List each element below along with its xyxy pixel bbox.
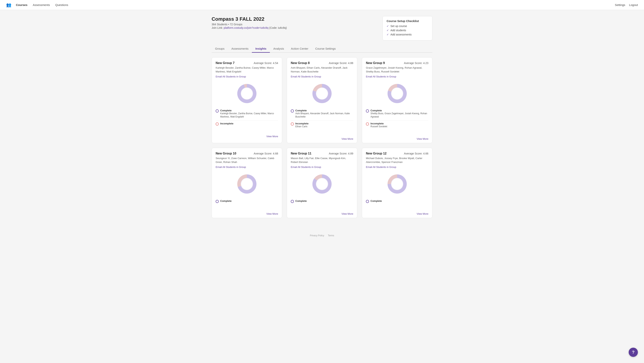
- header-row: Compass 3 FALL 2022 364 Students • 72 Gr…: [212, 16, 432, 40]
- group-name: New Group 11: [291, 152, 312, 155]
- avg-score: Average Score: 4.88: [329, 62, 353, 64]
- group-card: New Group 8 Average Score: 4.88 Ashi Bha…: [287, 57, 357, 143]
- view-more-link[interactable]: View More: [342, 138, 353, 140]
- complete-label: Complete: [295, 109, 353, 112]
- view-more-row: View More: [287, 210, 357, 218]
- avg-score: Average Score: 4.68: [254, 152, 278, 155]
- incomplete-label: Incomplete: [370, 122, 387, 125]
- legend-incomplete: Incomplete: [216, 122, 278, 126]
- incomplete-dot: [291, 122, 294, 126]
- donut-chart: [366, 172, 428, 196]
- complete-names: Ashi Bhayani, Alexander Dranoff, Jack No…: [295, 112, 353, 118]
- group-members: Ashi Bhayani, Ethan Carls, Alexander Dra…: [291, 66, 353, 74]
- groups-grid: New Group 7 Average Score: 4.54 Karleigh…: [212, 57, 432, 218]
- complete-dot: [366, 200, 369, 203]
- legend-incomplete: Incomplete Russell Sordelet: [366, 122, 428, 128]
- view-more-row: View More: [287, 135, 357, 143]
- complete-names: Karleigh Bessler, Zantha Buirse, Casey M…: [220, 112, 278, 118]
- donut-chart: [291, 81, 353, 106]
- logo-icon: 👥: [6, 2, 11, 8]
- group-card: New Group 7 Average Score: 4.54 Karleigh…: [212, 57, 282, 143]
- privacy-link[interactable]: Privacy Policy: [310, 234, 324, 237]
- join-code: (Code: iu6c8q): [269, 26, 287, 29]
- legend-complete: Complete Shelby Buss, Grace Zagelmeyer, …: [366, 109, 428, 118]
- view-more-link[interactable]: View More: [342, 212, 353, 215]
- complete-dot: [366, 110, 369, 112]
- tab-analysis[interactable]: Analysis: [270, 45, 288, 53]
- join-url[interactable]: platform.costudy.co/join?code=iu6c8q: [224, 26, 268, 29]
- course-title: Compass 3 FALL 2022: [212, 16, 287, 22]
- donut-chart: [216, 81, 278, 106]
- svg-point-3: [316, 88, 328, 99]
- tab-course-settings[interactable]: Course Settings: [312, 45, 339, 53]
- svg-point-1: [241, 88, 252, 99]
- legend-divider: [216, 120, 278, 120]
- complete-names: Shelby Buss, Grace Zagelmeyer, Josiah Kw…: [370, 112, 428, 118]
- tab-assessments[interactable]: Assessments: [228, 45, 252, 53]
- tab-insights[interactable]: Insights: [252, 45, 270, 53]
- nav-courses[interactable]: Courses: [16, 3, 28, 6]
- group-card: New Group 11 Average Score: 4.89 Mason B…: [287, 148, 357, 218]
- course-info: Compass 3 FALL 2022 364 Students • 72 Gr…: [212, 16, 287, 29]
- legend-incomplete: Incomplete Ethan Carls: [291, 122, 353, 128]
- donut-svg: [385, 172, 410, 196]
- view-more-link[interactable]: View More: [266, 135, 278, 138]
- check-icon-3: ✓: [386, 33, 389, 36]
- terms-link[interactable]: Terms: [328, 234, 334, 237]
- checklist-label-1: Set up course: [390, 24, 407, 28]
- view-more-row: View More: [212, 210, 282, 218]
- email-all-link[interactable]: Email All Students in Group: [216, 75, 246, 78]
- nav-links: Courses Assessments Questions: [16, 3, 68, 6]
- legend: Complete Ashi Bhayani, Alexander Dranoff…: [291, 109, 353, 132]
- avg-score: Average Score: 4.89: [329, 152, 353, 155]
- check-icon-2: ✓: [386, 29, 389, 32]
- incomplete-names: Ethan Carls: [295, 125, 308, 128]
- view-more-link[interactable]: View More: [417, 212, 428, 215]
- legend-complete: Complete: [216, 200, 278, 203]
- legend: Complete: [291, 200, 353, 206]
- donut-chart: [366, 81, 428, 106]
- page-content: Compass 3 FALL 2022 364 Students • 72 Gr…: [207, 10, 437, 230]
- email-all-link[interactable]: Email All Students in Group: [291, 75, 321, 78]
- view-more-link[interactable]: View More: [417, 138, 428, 140]
- group-members: Karleigh Bessler, Zantha Buirse, Casey M…: [216, 66, 278, 74]
- donut-svg: [234, 172, 259, 196]
- group-name: New Group 9: [366, 61, 385, 65]
- avg-score: Average Score: 4.54: [254, 62, 278, 64]
- incomplete-dot: [216, 122, 219, 126]
- checklist-title: Course Setup Checklist: [386, 19, 428, 22]
- view-more-row: View More: [362, 135, 432, 143]
- email-all-link[interactable]: Email All Students in Group: [216, 166, 246, 168]
- join-link-row: Join Link: platform.costudy.co/join?code…: [212, 26, 287, 29]
- logout-link[interactable]: Logout: [629, 3, 638, 6]
- email-all-link[interactable]: Email All Students in Group: [366, 166, 396, 168]
- legend: Complete Karleigh Bessler, Zantha Buirse…: [216, 109, 278, 129]
- complete-dot: [216, 110, 219, 112]
- complete-label: Complete: [295, 200, 307, 202]
- group-members: Michael Dubois, Jossey Frye, Brooke Wyat…: [366, 156, 428, 164]
- tab-action-center[interactable]: Action Center: [288, 45, 312, 53]
- email-all-link[interactable]: Email All Students in Group: [291, 166, 321, 168]
- avg-score: Average Score: 4.66: [404, 152, 428, 155]
- complete-dot: [216, 200, 219, 203]
- checklist: Course Setup Checklist ✓ Set up course ✓…: [382, 16, 432, 40]
- tab-groups[interactable]: Groups: [212, 45, 228, 53]
- complete-dot: [291, 110, 294, 112]
- group-card: New Group 10 Average Score: 4.68 Seungeu…: [212, 148, 282, 218]
- email-all-link[interactable]: Email All Students in Group: [366, 75, 396, 78]
- svg-point-7: [241, 178, 252, 190]
- view-more-link[interactable]: View More: [266, 212, 278, 215]
- group-card: New Group 12 Average Score: 4.66 Michael…: [362, 148, 432, 218]
- legend-divider: [366, 120, 428, 120]
- settings-link[interactable]: Settings: [615, 3, 625, 6]
- group-members: Seungeun Yi, Zoee Carreon, William Schue…: [216, 156, 278, 164]
- complete-label: Complete: [220, 200, 232, 202]
- incomplete-dot: [366, 122, 369, 126]
- nav-assessments[interactable]: Assessments: [33, 3, 50, 6]
- donut-chart: [216, 172, 278, 196]
- group-name: New Group 12: [366, 152, 386, 155]
- complete-label: Complete: [370, 200, 382, 202]
- nav-questions[interactable]: Questions: [55, 3, 68, 6]
- footer: Privacy Policy Terms: [0, 230, 644, 238]
- donut-svg: [234, 81, 259, 106]
